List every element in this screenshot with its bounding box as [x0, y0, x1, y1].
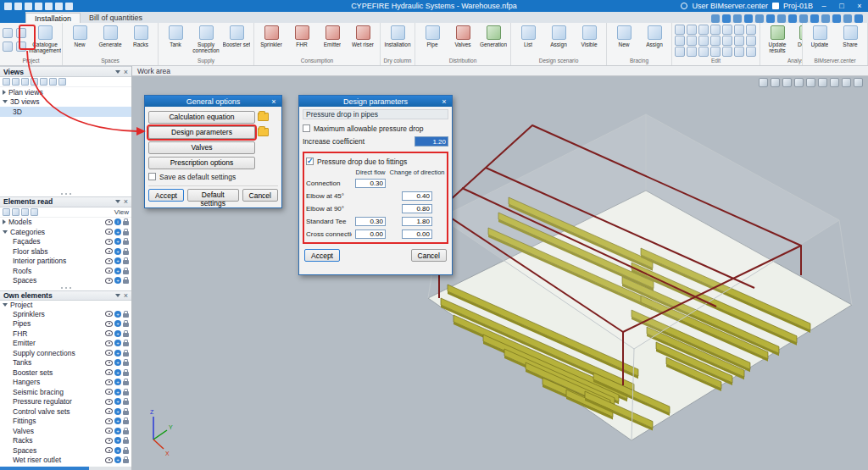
move-icon[interactable]: [710, 25, 721, 35]
standard-tee-direct-input[interactable]: [355, 217, 386, 226]
layers-icon[interactable]: [3, 41, 13, 52]
visibility-eye-icon[interactable]: [105, 248, 113, 254]
copy-icon[interactable]: [698, 25, 709, 35]
scrollbar-thumb[interactable]: [0, 467, 89, 470]
tree-item-interior-partitions[interactable]: Interior partitions: [0, 257, 131, 267]
print-view-icon[interactable]: [58, 78, 66, 86]
new-view-icon[interactable]: [3, 78, 10, 86]
visibility-eye-icon[interactable]: [105, 399, 113, 405]
move-down-icon[interactable]: [49, 78, 57, 86]
move-up-icon[interactable]: [40, 78, 47, 86]
ribbon-button-valves[interactable]: Valves: [448, 25, 477, 54]
scale-icon[interactable]: [687, 36, 697, 46]
visibility-eye-icon[interactable]: [105, 369, 113, 375]
edit-icon[interactable]: [675, 25, 685, 35]
tree-item-spaces-own[interactable]: Spaces: [0, 445, 131, 456]
top-view-icon[interactable]: [788, 14, 797, 23]
minimize-button[interactable]: [817, 0, 831, 12]
lock-icon[interactable]: [123, 323, 129, 327]
visibility-eye-icon[interactable]: [105, 389, 113, 395]
add-circle-icon[interactable]: [114, 268, 121, 274]
folder-icon[interactable]: [258, 128, 269, 136]
tree-item-fittings[interactable]: Fittings: [0, 417, 131, 427]
prescription-options-button[interactable]: Prescription options: [148, 157, 255, 169]
horizontal-scrollbar[interactable]: [0, 467, 132, 470]
default-settings-button[interactable]: Default settings: [187, 189, 239, 202]
add-circle-icon[interactable]: [114, 311, 121, 318]
new-file-icon[interactable]: [14, 3, 22, 10]
lock-icon[interactable]: [123, 372, 129, 376]
edit-view-icon[interactable]: [21, 78, 29, 86]
zoom-window-icon[interactable]: [733, 14, 742, 23]
cube-view-icon[interactable]: [830, 78, 839, 87]
dialog-close-icon[interactable]: [439, 96, 449, 107]
visibility-eye-icon[interactable]: [105, 379, 113, 385]
tree-item-sprinklers[interactable]: Sprinklers: [0, 309, 131, 319]
ribbon-button-catalogue-management[interactable]: Catalogue management: [31, 25, 59, 54]
panel-collapse-icon[interactable]: [115, 70, 120, 74]
add-circle-icon[interactable]: [114, 359, 121, 366]
lock-icon[interactable]: [123, 411, 129, 415]
maximize-button[interactable]: [835, 0, 849, 12]
visibility-eye-icon[interactable]: [105, 268, 113, 274]
add-circle-icon[interactable]: [114, 277, 121, 284]
tree-item-booster-sets[interactable]: Booster sets: [0, 368, 131, 378]
visibility-eye-icon[interactable]: [105, 418, 113, 424]
measure-length-icon[interactable]: [675, 36, 685, 46]
print-icon[interactable]: [35, 3, 42, 10]
add-circle-icon[interactable]: [114, 408, 121, 415]
collapse-icon[interactable]: [3, 100, 8, 103]
add-circle-icon[interactable]: [114, 379, 121, 385]
lock-icon[interactable]: [123, 231, 129, 235]
measure-icon[interactable]: [832, 14, 841, 23]
collapse-all-icon[interactable]: [12, 208, 19, 216]
add-circle-icon[interactable]: [114, 398, 121, 405]
ribbon-button-wet-riser[interactable]: Wet riser: [348, 25, 377, 54]
add-circle-icon[interactable]: [114, 320, 121, 327]
close-button[interactable]: [853, 0, 866, 12]
ribbon-button-assign-bracing[interactable]: Assign: [640, 25, 669, 54]
lock-icon[interactable]: [123, 352, 129, 357]
lock-icon[interactable]: [123, 221, 129, 225]
tree-item-floor-slabs[interactable]: Floor slabs: [0, 246, 131, 257]
layers-icon[interactable]: [794, 78, 804, 87]
add-circle-icon[interactable]: [114, 350, 121, 357]
align-icon[interactable]: [710, 36, 721, 46]
visibility-eye-icon[interactable]: [105, 438, 113, 444]
visibility-eye-icon[interactable]: [105, 428, 113, 434]
ribbon-button-booster-set[interactable]: Booster set: [222, 25, 251, 54]
mirror-copy-icon[interactable]: [734, 25, 744, 35]
tab-bill-of-quantities[interactable]: Bill of quantities: [81, 13, 151, 23]
lock-icon[interactable]: [123, 381, 129, 385]
ribbon-button-new-space[interactable]: New: [65, 25, 94, 54]
camera-icon[interactable]: [854, 14, 863, 23]
offset-icon[interactable]: [687, 47, 697, 57]
panel-close-icon[interactable]: [124, 68, 128, 76]
erase-icon[interactable]: [687, 25, 697, 35]
elbow-90-change-input[interactable]: [402, 204, 432, 213]
tree-item-racks[interactable]: Racks: [0, 436, 131, 446]
ungroup-icon[interactable]: [734, 47, 744, 57]
tree-item-pipes[interactable]: Pipes: [0, 319, 131, 329]
tree-item-3d-views[interactable]: 3D views: [0, 97, 131, 108]
render-mode-icon[interactable]: [782, 78, 792, 87]
ribbon-button-new-bracing[interactable]: New: [609, 25, 638, 54]
ribbon-button-assign-scenario[interactable]: Assign: [544, 25, 573, 54]
add-circle-icon[interactable]: [114, 369, 121, 376]
lock-icon[interactable]: [123, 279, 129, 284]
sun-icon[interactable]: [842, 78, 851, 87]
panel-close-icon[interactable]: [124, 197, 128, 206]
fittings-checkbox[interactable]: [306, 158, 314, 165]
tree-item-roofs[interactable]: Roofs: [0, 266, 131, 276]
add-circle-icon[interactable]: [114, 229, 121, 235]
visibility-eye-icon[interactable]: [105, 278, 113, 284]
green-panel-icon[interactable]: [818, 78, 827, 87]
snap-icon[interactable]: [746, 47, 756, 57]
stretch-icon[interactable]: [710, 47, 721, 57]
visibility-eye-icon[interactable]: [105, 239, 113, 245]
cancel-button[interactable]: Cancel: [411, 249, 447, 262]
lock-icon[interactable]: [123, 251, 129, 255]
ribbon-button-racks[interactable]: Racks: [126, 25, 155, 54]
zoom-extents-icon[interactable]: [744, 14, 753, 23]
panel-collapse-icon[interactable]: [115, 200, 120, 203]
